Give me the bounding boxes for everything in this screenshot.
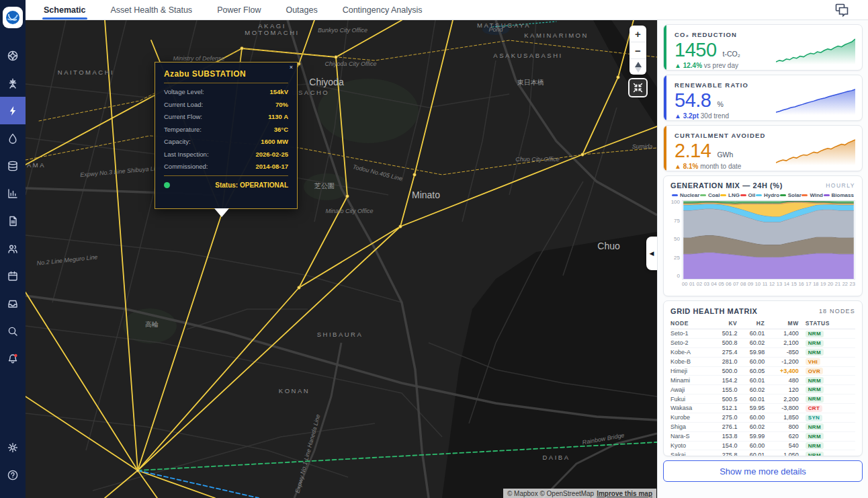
sidebar-item-globe[interactable]	[0, 42, 26, 69]
tab-power-flow[interactable]: Power Flow	[217, 0, 261, 19]
tooltip-title: Azabu SUBSTATION	[164, 69, 288, 79]
status-dot	[164, 182, 170, 188]
droplet-icon	[7, 132, 19, 144]
inbox-icon	[7, 298, 19, 310]
improve-map-link[interactable]: Improve this map	[597, 490, 652, 497]
compass-button[interactable]	[630, 59, 646, 75]
substation-tooltip: × Azabu SUBSTATION Voltage Level:154kVCu…	[155, 62, 298, 209]
app-logo[interactable]	[3, 7, 23, 28]
table-row-himeji[interactable]: Himeji500.060.05+3,400OVR	[670, 366, 855, 376]
status-badge: NRM	[806, 433, 824, 440]
status-badge: NRM	[806, 452, 824, 456]
stacked-area-chart	[682, 200, 855, 280]
attribution-text: © Mapbox © OpenStreetMap	[507, 490, 594, 497]
sidebar-item-inbox[interactable]	[0, 290, 26, 317]
sidebar-item-users[interactable]	[0, 235, 26, 262]
status-badge: NRM	[806, 442, 824, 449]
search-icon	[7, 325, 19, 337]
sidebar-item-tower[interactable]	[0, 69, 26, 97]
table-row-wakasa[interactable]: Wakasa512.159.95-3,800CRT	[670, 404, 855, 413]
tab-schematic[interactable]: Schematic	[44, 0, 86, 19]
legend-biomass: Biomass	[824, 192, 854, 198]
tab-asset-health-status[interactable]: Asset Health & Status	[111, 0, 193, 19]
top-navigation: SchematicAsset Health & StatusPower Flow…	[26, 0, 868, 20]
tooltip-close-icon[interactable]: ×	[290, 64, 293, 71]
kpi-card-co-reduction: CO₂ REDUCTION1450t-CO₂▲ 12.4% vs prev da…	[663, 24, 863, 71]
show-details-button[interactable]: Show me more details	[663, 460, 863, 482]
analytics-panel: CO₂ REDUCTION1450t-CO₂▲ 12.4% vs prev da…	[657, 20, 868, 498]
grid-health-card: GRID HEALTH MATRIX 18 NODES NODEKVHZMWST…	[663, 300, 863, 456]
table-row-kurobe[interactable]: Kurobe275.060.001,850SYN	[670, 413, 855, 422]
generation-mix-title: GENERATION MIX — 24H (%)	[670, 181, 783, 190]
table-row-seto-2[interactable]: Seto-2500.860.022,100NRM	[670, 338, 855, 347]
kpi-unit: GWh	[717, 151, 733, 159]
status-badge: NRM	[806, 386, 824, 393]
col-mw: MW	[765, 319, 798, 329]
nav-tabs: SchematicAsset Health & StatusPower Flow…	[26, 0, 423, 19]
fit-bounds-button[interactable]	[630, 79, 646, 96]
sidebar-item-chart[interactable]	[0, 179, 26, 207]
tab-outages[interactable]: Outages	[286, 0, 317, 19]
sidebar-item-database[interactable]	[0, 152, 26, 179]
sidebar-item-bolt[interactable]	[0, 97, 26, 124]
table-row-sakai[interactable]: Sakai275.860.011,050NRM	[670, 450, 855, 456]
tooltip-row: Current Flow:1130 A	[164, 113, 288, 120]
zoom-in-button[interactable]: +	[630, 26, 646, 42]
status-badge: NRM	[806, 331, 824, 337]
sidebar-item-help[interactable]	[0, 461, 26, 489]
bell-icon	[7, 353, 19, 365]
zoom-out-button[interactable]: −	[630, 42, 646, 58]
table-row-shiga[interactable]: Shiga276.160.02800NRM	[670, 422, 855, 431]
table-row-kobe-b[interactable]: Kobe-B281.060.00-1,200VHI	[670, 357, 855, 366]
sidebar-item-droplet[interactable]	[0, 124, 26, 152]
kpi-sparkline	[776, 34, 855, 65]
table-row-nara-s[interactable]: Nara-S153.859.99620NRM	[670, 431, 855, 441]
col-kv: KV	[709, 319, 737, 329]
bolt-icon	[7, 105, 19, 117]
calendar-icon	[7, 270, 19, 282]
sidebar-item-search[interactable]	[0, 317, 26, 345]
kpi-sparkline	[776, 84, 855, 115]
status-badge: OVR	[806, 368, 823, 374]
kpi-unit: %	[717, 100, 723, 108]
hourly-badge: HOURLY	[826, 182, 855, 189]
gear-icon	[7, 442, 19, 454]
kpi-value: 2.14	[675, 140, 711, 162]
help-icon	[7, 469, 19, 481]
table-row-kobe-a[interactable]: Kobe-A275.459.98-850NRM	[670, 347, 855, 357]
panel-collapse-handle[interactable]: ◀	[646, 237, 657, 270]
network-map[interactable]: AKAGIMOTOMACHIBunkyo City OfficePondMATS…	[26, 20, 657, 498]
sidebar-item-calendar[interactable]	[0, 262, 26, 290]
tab-contingency-analysis[interactable]: Contingency Analysis	[343, 0, 423, 19]
col-status: STATUS	[799, 319, 855, 329]
table-row-seto-1[interactable]: Seto-1501.260.011,400NRM	[670, 329, 855, 339]
sidebar-item-document[interactable]	[0, 207, 26, 235]
map-canvas	[26, 20, 657, 498]
kpi-card-renewable-ratio: RENEWABLE RATIO54.8%▲ 3.2pt 30d trend	[663, 75, 863, 121]
tooltip-row: Current Load:70%	[164, 101, 288, 108]
sidebar-item-bell[interactable]	[0, 345, 26, 372]
tooltip-row: Capacity:1600 MW	[164, 138, 288, 145]
sidebar-item-gear[interactable]	[0, 433, 26, 461]
col-node: NODE	[670, 319, 709, 329]
table-row-awaji[interactable]: Awaji155.060.02120NRM	[670, 385, 855, 395]
status-badge: NRM	[806, 349, 824, 356]
table-row-kyoto[interactable]: Kyoto154.060.00540NRM	[670, 441, 855, 450]
status-badge: CRT	[806, 405, 822, 412]
collapse-arrows-icon	[632, 82, 644, 93]
status-badge: NRM	[806, 377, 824, 384]
tooltip-row: Commissioned:2014-08-17	[164, 163, 288, 170]
tooltip-pointer	[214, 208, 229, 217]
kpi-value: 54.8	[675, 89, 711, 112]
chat-icon[interactable]	[833, 2, 851, 18]
table-row-minami[interactable]: Minami154.260.01480NRM	[670, 376, 855, 385]
status-badge: VHI	[806, 358, 820, 365]
col-hz: HZ	[737, 319, 765, 329]
kpi-unit: t-CO₂	[723, 50, 740, 58]
status-badge: SYN	[806, 415, 822, 421]
table-row-fukui[interactable]: Fukui500.560.012,200NRM	[670, 395, 855, 404]
tooltip-status: Status: OPERATIONAL	[215, 181, 288, 189]
map-zoom-controls: + −	[630, 26, 646, 75]
database-icon	[7, 160, 19, 172]
kpi-sparkline	[776, 134, 855, 165]
